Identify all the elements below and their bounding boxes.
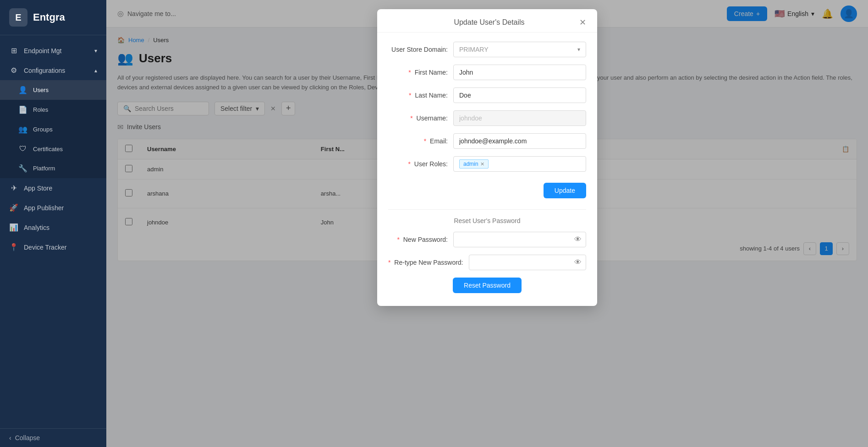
modal-header: Update User's Details ✕ xyxy=(377,9,597,33)
modal-overlay: Update User's Details ✕ User Store Domai… xyxy=(106,0,868,447)
username-row: * Username: xyxy=(388,110,586,126)
certificates-icon: 🛡 xyxy=(18,145,27,153)
sidebar-item-platform[interactable]: 🔧 Platform xyxy=(0,158,106,178)
user-store-select[interactable]: PRIMARY ▾ xyxy=(453,42,586,57)
configurations-icon: ⚙ xyxy=(9,66,18,75)
update-actions: Update xyxy=(388,179,586,206)
role-tag: admin ✕ xyxy=(459,159,489,169)
email-label: * Email: xyxy=(388,137,448,145)
update-button[interactable]: Update xyxy=(544,183,586,198)
chevron-up-icon: ▴ xyxy=(94,67,97,74)
new-password-wrap: 👁 xyxy=(453,232,586,247)
sidebar-item-roles[interactable]: 📄 Roles xyxy=(0,100,106,120)
retype-password-wrap: 👁 xyxy=(469,255,586,270)
role-tag-remove[interactable]: ✕ xyxy=(480,161,484,167)
required-star: * xyxy=(388,259,390,266)
required-star: * xyxy=(408,69,411,76)
app-store-icon: ✈ xyxy=(9,184,18,192)
reset-password-title: Reset User's Password xyxy=(388,217,586,224)
sidebar-item-label-endpoint-mgt: Endpoint Mgt xyxy=(24,47,62,55)
last-name-row: * Last Name: xyxy=(388,87,586,103)
email-input[interactable] xyxy=(453,133,586,149)
device-tracker-icon: 📍 xyxy=(9,243,18,251)
email-row: * Email: xyxy=(388,133,586,149)
username-input[interactable] xyxy=(453,110,586,126)
reset-password-button[interactable]: Reset Password xyxy=(453,278,522,293)
collapse-label: Collapse xyxy=(15,434,40,442)
user-roles-input[interactable]: admin ✕ xyxy=(453,156,586,172)
sidebar-item-endpoint-mgt[interactable]: ⊞ Endpoint Mgt ▾ xyxy=(0,41,106,60)
user-roles-label: * User Roles: xyxy=(388,160,448,168)
modal-divider xyxy=(388,209,586,210)
retype-password-label: * Re-type New Password: xyxy=(388,259,463,266)
sidebar-item-label-app-publisher: App Publisher xyxy=(24,204,64,212)
sidebar-item-label-configurations: Configurations xyxy=(24,67,65,74)
sidebar-item-analytics[interactable]: 📊 Analytics xyxy=(0,218,106,237)
sidebar-item-users[interactable]: 👤 Users xyxy=(0,80,106,100)
sidebar-bottom: ‹ Collapse xyxy=(0,428,106,447)
groups-icon: 👥 xyxy=(18,125,27,134)
retype-password-row: * Re-type New Password: 👁 xyxy=(388,255,586,270)
sidebar-nav: ⊞ Endpoint Mgt ▾ ⚙ Configurations ▴ 👤 Us… xyxy=(0,35,106,428)
sidebar-item-device-tracker[interactable]: 📍 Device Tracker xyxy=(0,237,106,257)
sidebar-item-label-roles: Roles xyxy=(33,106,48,113)
required-star: * xyxy=(408,160,411,168)
logo: E Entgra xyxy=(0,0,106,35)
role-tag-label: admin xyxy=(463,161,478,167)
sidebar-item-groups[interactable]: 👥 Groups xyxy=(0,120,106,139)
first-name-row: * First Name: xyxy=(388,65,586,80)
required-star: * xyxy=(410,114,412,122)
user-roles-row: * User Roles: admin ✕ xyxy=(388,156,586,172)
last-name-label: * Last Name: xyxy=(388,92,448,99)
retype-password-input[interactable] xyxy=(469,255,586,270)
platform-icon: 🔧 xyxy=(18,164,27,173)
sidebar-item-label-device-tracker: Device Tracker xyxy=(24,244,66,251)
collapse-button[interactable]: ‹ Collapse xyxy=(9,434,97,442)
sidebar-item-label-app-store: App Store xyxy=(24,185,52,192)
update-user-modal: Update User's Details ✕ User Store Domai… xyxy=(377,9,597,306)
new-password-label: * New Password: xyxy=(388,236,448,243)
select-arrow-icon: ▾ xyxy=(577,46,580,53)
required-star: * xyxy=(409,92,411,99)
sidebar: E Entgra ⊞ Endpoint Mgt ▾ ⚙ Configuratio… xyxy=(0,0,106,447)
chevron-down-icon: ▾ xyxy=(94,48,97,54)
reset-actions: Reset Password xyxy=(388,278,586,297)
first-name-label: * First Name: xyxy=(388,69,448,76)
first-name-input[interactable] xyxy=(453,65,586,80)
user-store-label: User Store Domain: xyxy=(388,46,448,53)
sidebar-item-certificates[interactable]: 🛡 Certificates xyxy=(0,139,106,158)
sidebar-item-configurations[interactable]: ⚙ Configurations ▴ xyxy=(0,60,106,80)
configurations-submenu: 👤 Users 📄 Roles 👥 Groups xyxy=(0,80,106,178)
sidebar-item-app-publisher[interactable]: 🚀 App Publisher xyxy=(0,198,106,218)
main-content: ◎ Navigate me to... Create + 🇺🇸 English … xyxy=(106,0,868,447)
new-password-row: * New Password: 👁 xyxy=(388,232,586,247)
modal-body: User Store Domain: PRIMARY ▾ * First Nam… xyxy=(377,33,597,306)
sidebar-item-label-groups: Groups xyxy=(33,126,53,133)
username-label: * Username: xyxy=(388,114,448,122)
sidebar-item-label-certificates: Certificates xyxy=(33,146,63,153)
required-star: * xyxy=(424,137,426,145)
sidebar-item-app-store[interactable]: ✈ App Store xyxy=(0,178,106,198)
users-icon: 👤 xyxy=(18,86,27,94)
analytics-icon: 📊 xyxy=(9,223,18,232)
collapse-icon: ‹ xyxy=(9,434,11,442)
modal-close-button[interactable]: ✕ xyxy=(579,18,586,27)
user-store-value: PRIMARY xyxy=(459,46,489,53)
logo-icon: E xyxy=(9,8,27,27)
sidebar-item-label-analytics: Analytics xyxy=(24,224,49,231)
endpoint-mgt-icon: ⊞ xyxy=(9,46,18,55)
roles-icon: 📄 xyxy=(18,105,27,114)
user-store-row: User Store Domain: PRIMARY ▾ xyxy=(388,42,586,57)
sidebar-item-label-platform: Platform xyxy=(33,165,55,172)
retype-password-visibility-icon[interactable]: 👁 xyxy=(574,258,582,267)
password-visibility-icon[interactable]: 👁 xyxy=(574,235,582,244)
new-password-input[interactable] xyxy=(453,232,586,247)
logo-text: Entgra xyxy=(33,11,65,23)
modal-title: Update User's Details xyxy=(399,18,579,27)
last-name-input[interactable] xyxy=(453,87,586,103)
required-star: * xyxy=(397,236,399,243)
sidebar-item-label-users: Users xyxy=(33,87,49,93)
app-publisher-icon: 🚀 xyxy=(9,203,18,212)
